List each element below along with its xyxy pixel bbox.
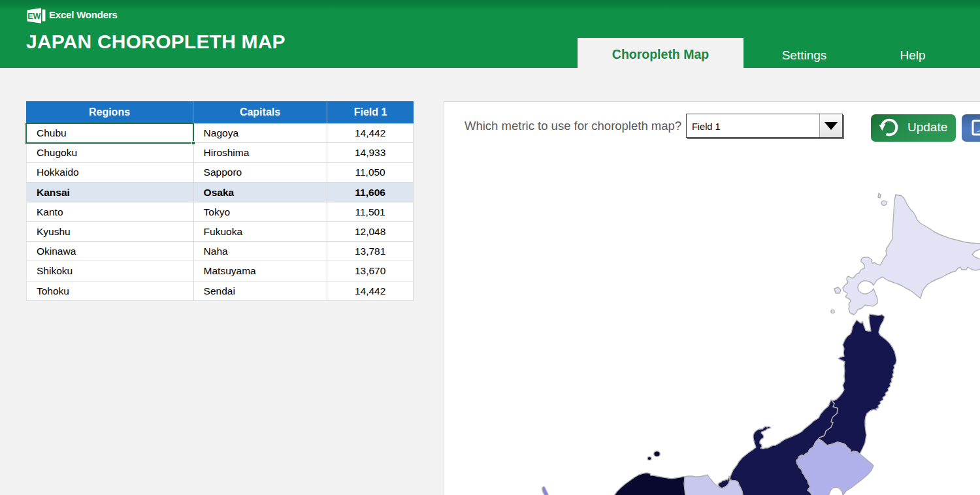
svg-text:EW: EW (27, 12, 41, 21)
